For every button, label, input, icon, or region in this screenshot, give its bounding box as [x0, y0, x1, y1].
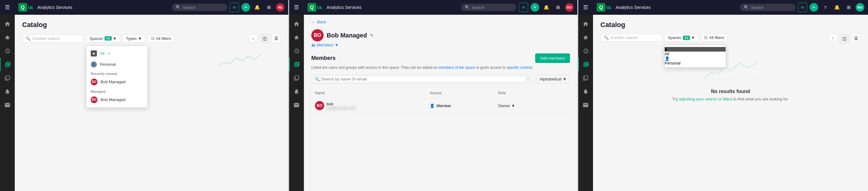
list-view-button-panel3[interactable]: ☰	[851, 34, 861, 43]
content-search-panel1[interactable]: 🔍	[22, 35, 84, 42]
catalog-title-panel3: Catalog	[600, 21, 861, 29]
person-icon-p3: 👤	[665, 56, 725, 61]
member-info: BO bob bob@example.com	[315, 101, 422, 110]
nav-recent-p3[interactable]	[578, 44, 593, 58]
sidebar-panel3: ☰	[578, 0, 593, 191]
specific-content-link[interactable]: specific content	[506, 66, 532, 70]
search-input-panel2[interactable]	[472, 5, 513, 10]
nav-collections[interactable]	[0, 71, 15, 85]
nav-messages-p3[interactable]	[578, 98, 593, 112]
all-filters-button-panel1[interactable]: ☷ All filters	[148, 35, 175, 42]
help-icon-panel3[interactable]: ?	[820, 3, 830, 12]
col-name: Name	[311, 88, 426, 98]
members-search-input[interactable]	[321, 77, 525, 81]
filter-icon-members[interactable]: ☷	[527, 77, 530, 81]
nav-alerts[interactable]	[0, 85, 15, 98]
nav-catalog-p3[interactable]	[578, 58, 593, 71]
nav-collections-p3[interactable]	[578, 71, 593, 85]
avatar-panel2[interactable]: BO	[565, 3, 574, 12]
nav-messages-p2[interactable]	[289, 98, 304, 112]
edit-icon[interactable]: ✎	[370, 33, 374, 38]
app-title-panel2: Analytics Services	[327, 5, 362, 10]
bob-managed-icon-recent: BO	[91, 79, 97, 85]
personal-option-panel3[interactable]: 👤 Personal	[665, 56, 725, 66]
content-search-panel3[interactable]: 🔍	[600, 34, 662, 41]
back-link[interactable]: ← Back	[311, 20, 570, 24]
nav-starred[interactable]	[0, 31, 15, 44]
avatar-panel3[interactable]: MA	[856, 3, 864, 12]
role-select[interactable]: Owner ▼	[498, 104, 549, 108]
nav-catalog[interactable]	[0, 58, 15, 71]
selected-checkmark: ✓	[107, 51, 111, 56]
members-search-box[interactable]: 🔍 ☷	[311, 75, 534, 83]
grid-view-button-panel3[interactable]: ◫	[840, 34, 849, 43]
nav-starred-p3[interactable]	[578, 31, 593, 44]
search-box-panel1[interactable]: 🔍	[172, 4, 227, 11]
nav-catalog-p2[interactable]	[289, 58, 304, 71]
add-members-button[interactable]: Add members	[535, 53, 570, 63]
all-filters-label-panel1: All filters	[156, 36, 171, 41]
spaces-personal-option-panel1[interactable]: 👤 Personal	[87, 59, 147, 70]
bell-icon-panel3[interactable]: 🔔	[832, 3, 841, 12]
search-input-panel1[interactable]	[183, 5, 224, 10]
search-box-panel2[interactable]: 🔍	[461, 4, 517, 11]
all-option-panel3[interactable]: ■ All	[665, 47, 725, 56]
app-title-panel1: Analytics Services	[37, 5, 72, 10]
spaces-badge-panel1: All	[104, 36, 111, 41]
eye-icon-panel2[interactable]: 👁	[519, 3, 528, 12]
bell-icon-panel2[interactable]: 🔔	[541, 3, 551, 12]
content-search-input-panel3[interactable]	[611, 35, 654, 40]
nav-home-p2[interactable]	[289, 17, 304, 31]
members-link[interactable]: Members ▼	[311, 43, 570, 47]
add-button-panel1[interactable]: +	[242, 3, 250, 12]
hamburger-icon-p2[interactable]: ☰	[294, 4, 299, 11]
search-box-panel3[interactable]: 🔍	[740, 4, 796, 11]
adjust-search-link[interactable]: adjusting your search or filters	[679, 97, 732, 101]
members-label: Members	[317, 43, 334, 47]
col-role: Role	[495, 88, 552, 98]
chevron-down-icon-p3: ▼	[691, 35, 695, 40]
spaces-all-option-panel1[interactable]: ■ All ✓	[87, 48, 147, 59]
nav-recent[interactable]	[0, 44, 15, 58]
bell-icon-panel1[interactable]: 🔔	[252, 3, 262, 12]
eye-icon-panel3[interactable]: 👁	[798, 3, 807, 12]
recently-viewed-bob-managed[interactable]: BO Bob Managed	[87, 76, 147, 88]
spaces-button-panel3[interactable]: Spaces All ▼	[664, 34, 698, 41]
nav-home-p3[interactable]	[578, 17, 593, 31]
managed-bob-managed[interactable]: BO Bob Managed	[87, 94, 147, 106]
topnav-panel1: Q lik Analytics Services 🔍 👁 + 🔔 ⊞ RE	[15, 0, 288, 15]
add-button-panel2[interactable]: +	[531, 3, 539, 12]
grid-icon-panel3[interactable]: ⊞	[844, 3, 853, 12]
members-link-inline[interactable]: members of the space	[438, 66, 475, 70]
alphabetical-sort-button[interactable]: Alphabetical ▼	[536, 75, 570, 83]
grid-view-button-panel1[interactable]: ◫	[260, 34, 269, 43]
nav-alerts-p2[interactable]	[289, 85, 304, 98]
spaces-button-panel1[interactable]: Spaces All ▼	[86, 35, 120, 42]
col-access: Access	[426, 88, 495, 98]
nav-collections-p2[interactable]	[289, 71, 304, 85]
sort-button-panel1[interactable]: ↕	[249, 35, 258, 42]
hamburger-icon[interactable]: ☰	[5, 4, 10, 11]
nav-recent-p2[interactable]	[289, 44, 304, 58]
all-filters-button-panel3[interactable]: ☷ All filters	[701, 34, 727, 41]
add-button-panel3[interactable]: +	[810, 3, 818, 12]
content-search-input-panel1[interactable]	[32, 36, 75, 41]
list-view-button-panel1[interactable]: ☰	[272, 34, 281, 43]
filter-icon-p3: ☷	[704, 35, 708, 40]
grid-icon-panel2[interactable]: ⊞	[553, 3, 563, 12]
search-icon-members: 🔍	[315, 77, 319, 81]
types-button-panel1[interactable]: Types ▼	[122, 35, 145, 42]
hamburger-icon-p3[interactable]: ☰	[583, 4, 588, 11]
chevron-down-icon-types: ▼	[138, 36, 142, 41]
nav-messages[interactable]	[0, 98, 15, 112]
avatar-panel1[interactable]: RE	[276, 3, 284, 12]
member-email: bob@example.com	[327, 106, 356, 110]
spaces-dropdown-wrapper-panel3: Spaces All ▼ ■ All 👤 Pe	[664, 34, 698, 41]
eye-icon-panel1[interactable]: 👁	[230, 3, 239, 12]
sort-button-panel3[interactable]: ↕	[829, 34, 838, 41]
nav-starred-p2[interactable]	[289, 31, 304, 44]
nav-home[interactable]	[0, 17, 15, 31]
grid-icon-panel1[interactable]: ⊞	[264, 3, 274, 12]
search-input-panel3[interactable]	[751, 5, 792, 10]
nav-alerts-p3[interactable]	[578, 85, 593, 98]
